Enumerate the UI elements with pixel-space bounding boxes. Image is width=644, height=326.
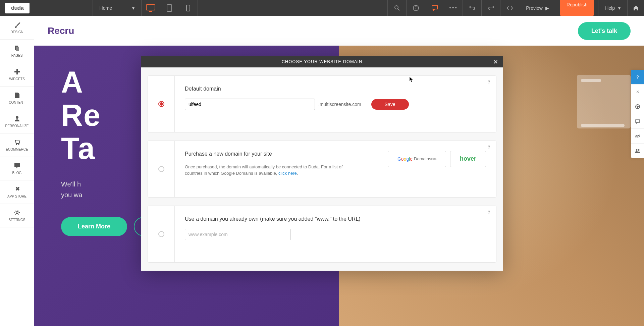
modal-body: Default domain .multiscreensite.com Save… [141,67,503,271]
own-domain-input[interactable] [185,229,291,240]
hover-button[interactable]: hover [450,151,486,167]
radio-column[interactable] [148,76,175,132]
help-icon[interactable]: ? [486,209,492,215]
radio-unselected-icon [158,231,164,237]
desc-end: . [297,171,298,176]
modal-title: CHOOSE YOUR WEBSITE DOMAIN [281,59,362,64]
radio-column[interactable] [148,206,175,262]
modal-header: CHOOSE YOUR WEBSITE DOMAIN ✕ [141,56,503,67]
radio-unselected-icon [158,166,164,172]
beta-label: beta [431,157,436,160]
google-logo-icon: Google [397,156,413,162]
hover-logo: hover [460,155,476,162]
domain-modal: CHOOSE YOUR WEBSITE DOMAIN ✕ Default dom… [141,56,503,271]
google-domains-text: Domains [414,156,431,161]
close-icon[interactable]: ✕ [493,58,498,66]
modal-overlay: CHOOSE YOUR WEBSITE DOMAIN ✕ Default dom… [0,0,644,326]
desc-text: Once purchased, the domain will automati… [185,164,342,176]
option2-title: Purchase a new domain for your site [185,151,346,157]
save-button[interactable]: Save [371,99,409,110]
option1-title: Default domain [185,86,486,92]
google-domains-button[interactable]: Google Domainsbeta [388,151,446,167]
option-own-domain: Use a domain you already own (make sure … [148,206,496,263]
domain-suffix: .multiscreensite.com [318,102,361,107]
help-icon[interactable]: ? [486,144,492,150]
option-default-domain: Default domain .multiscreensite.com Save… [148,75,496,132]
radio-selected-icon [158,101,164,107]
option2-description: Once purchased, the domain will automati… [185,164,346,177]
click-here-link[interactable]: click here [278,171,297,176]
help-icon[interactable]: ? [486,79,492,85]
option3-title: Use a domain you already own (make sure … [185,216,486,222]
default-domain-input[interactable] [185,99,315,110]
provider-logos: Google Domainsbeta hover [388,151,486,167]
option-purchase-domain: Purchase a new domain for your site Once… [148,141,496,198]
radio-column[interactable] [148,141,175,197]
